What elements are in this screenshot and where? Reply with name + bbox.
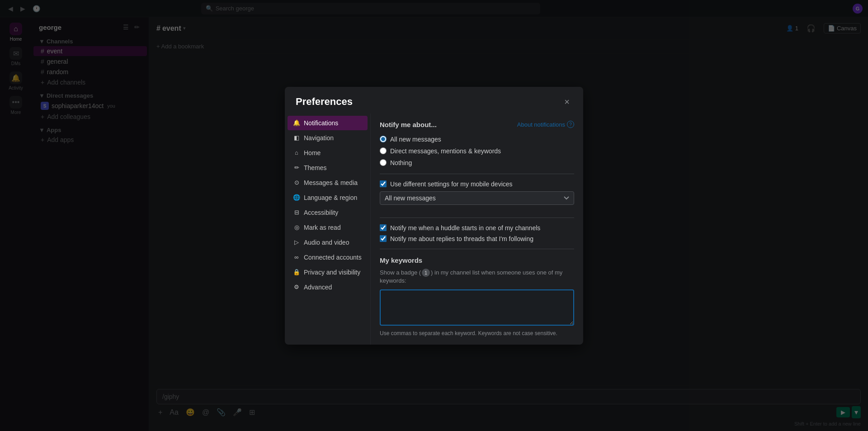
about-notifications-link[interactable]: About notifications ? xyxy=(517,121,574,128)
thread-checkbox-input[interactable] xyxy=(380,235,387,242)
huddle-checkbox-option[interactable]: Notify me when a huddle starts in one of… xyxy=(380,224,574,232)
prefs-nav-audio-video[interactable]: ▷ Audio and video xyxy=(288,235,368,250)
language-region-icon: 🌐 xyxy=(293,194,300,201)
prefs-nav-messages-media[interactable]: ⊙ Messages & media xyxy=(288,175,368,190)
radio-dm-mentions-label: Direct messages, mentions & keywords xyxy=(390,147,501,155)
modal-header: Preferences × xyxy=(285,87,583,114)
divider-2 xyxy=(380,218,574,218)
prefs-nav-navigation[interactable]: ◧ Navigation xyxy=(288,131,368,145)
prefs-nav-mark-as-read[interactable]: ◎ Mark as read xyxy=(288,220,368,235)
thread-checkbox-option[interactable]: Notify me about replies to threads that … xyxy=(380,235,574,242)
navigation-icon: ◧ xyxy=(293,134,300,141)
prefs-nav-home[interactable]: ⌂ Home xyxy=(288,146,368,160)
connected-accounts-label: Connected accounts xyxy=(304,254,362,261)
prefs-nav-privacy-visibility[interactable]: 🔒 Privacy and visibility xyxy=(288,265,368,279)
keywords-section-title: My keywords xyxy=(380,256,574,264)
mark-as-read-label: Mark as read xyxy=(304,224,341,231)
preferences-modal: Preferences × 🔔 Notifications ◧ Navigati… xyxy=(285,87,583,345)
prefs-nav-themes[interactable]: ✏ Themes xyxy=(288,161,368,175)
privacy-visibility-label: Privacy and visibility xyxy=(304,269,360,276)
themes-icon: ✏ xyxy=(293,164,300,171)
accessibility-icon: ⊟ xyxy=(293,209,300,216)
prefs-content: Notify me about... About notifications ?… xyxy=(371,114,583,345)
radio-dm-mentions-input[interactable] xyxy=(380,147,387,154)
help-link-text: About notifications xyxy=(517,121,565,128)
prefs-nav-language-region[interactable]: 🌐 Language & region xyxy=(288,190,368,205)
keywords-description: Show a badge (1) in my channel list when… xyxy=(380,269,574,285)
accessibility-label: Accessibility xyxy=(304,209,338,216)
themes-label: Themes xyxy=(304,164,327,171)
language-region-label: Language & region xyxy=(304,194,357,201)
thread-checkbox-label: Notify me about replies to threads that … xyxy=(390,235,533,242)
audio-video-icon: ▷ xyxy=(293,239,300,246)
messages-media-icon: ⊙ xyxy=(293,179,300,186)
radio-all-new-input[interactable] xyxy=(380,136,387,142)
keywords-desc-part1: Show a badge ( xyxy=(380,269,421,276)
home-nav-icon: ⌂ xyxy=(293,149,300,156)
mark-as-read-icon: ◎ xyxy=(293,224,300,231)
notifications-label: Notifications xyxy=(304,119,338,127)
keywords-hint: Use commas to separate each keyword. Key… xyxy=(380,330,574,336)
connected-accounts-icon: ∞ xyxy=(293,254,300,260)
privacy-visibility-icon: 🔒 xyxy=(293,269,300,275)
prefs-nav-advanced[interactable]: ⚙ Advanced xyxy=(288,280,368,294)
huddle-checkbox-input[interactable] xyxy=(380,224,387,231)
keywords-input[interactable] xyxy=(380,289,574,326)
mobile-checkbox-option[interactable]: Use different settings for my mobile dev… xyxy=(380,180,574,188)
prefs-content-header: Notify me about... About notifications ? xyxy=(380,121,574,128)
advanced-icon: ⚙ xyxy=(293,284,300,290)
messages-media-label: Messages & media xyxy=(304,179,358,186)
modal-title: Preferences xyxy=(296,96,353,108)
divider-3 xyxy=(380,249,574,249)
radio-all-new-label: All new messages xyxy=(390,136,441,143)
navigation-label: Navigation xyxy=(304,134,334,142)
modal-overlay: Preferences × 🔔 Notifications ◧ Navigati… xyxy=(0,0,868,431)
radio-nothing-label: Nothing xyxy=(390,159,412,166)
radio-nothing[interactable]: Nothing xyxy=(380,159,574,166)
modal-body: 🔔 Notifications ◧ Navigation ⌂ Home ✏ Th… xyxy=(285,114,583,345)
home-nav-label: Home xyxy=(304,149,321,156)
prefs-nav-accessibility[interactable]: ⊟ Accessibility xyxy=(288,205,368,220)
audio-video-label: Audio and video xyxy=(304,239,349,246)
radio-dm-mentions[interactable]: Direct messages, mentions & keywords xyxy=(380,147,574,155)
divider-1 xyxy=(380,174,574,174)
mobile-checkbox-label: Use different settings for my mobile dev… xyxy=(390,180,513,188)
prefs-nav-notifications[interactable]: 🔔 Notifications xyxy=(288,116,368,130)
keywords-badge: 1 xyxy=(422,269,430,277)
radio-nothing-input[interactable] xyxy=(380,159,387,166)
notifications-icon: 🔔 xyxy=(293,119,300,126)
radio-all-new-messages[interactable]: All new messages xyxy=(380,136,574,143)
prefs-sidebar: 🔔 Notifications ◧ Navigation ⌂ Home ✏ Th… xyxy=(285,114,371,345)
mobile-checkbox-input[interactable] xyxy=(380,180,387,187)
notify-radio-group: All new messages Direct messages, mentio… xyxy=(380,136,574,166)
prefs-nav-connected-accounts[interactable]: ∞ Connected accounts xyxy=(288,250,368,265)
huddle-checkbox-label: Notify me when a huddle starts in one of… xyxy=(390,224,540,232)
advanced-label: Advanced xyxy=(304,284,332,291)
prefs-content-title: Notify me about... xyxy=(380,121,437,128)
modal-close-button[interactable]: × xyxy=(561,96,572,108)
mobile-dropdown[interactable]: All new messages Direct messages, mentio… xyxy=(380,191,574,205)
help-circle-icon: ? xyxy=(567,121,574,128)
